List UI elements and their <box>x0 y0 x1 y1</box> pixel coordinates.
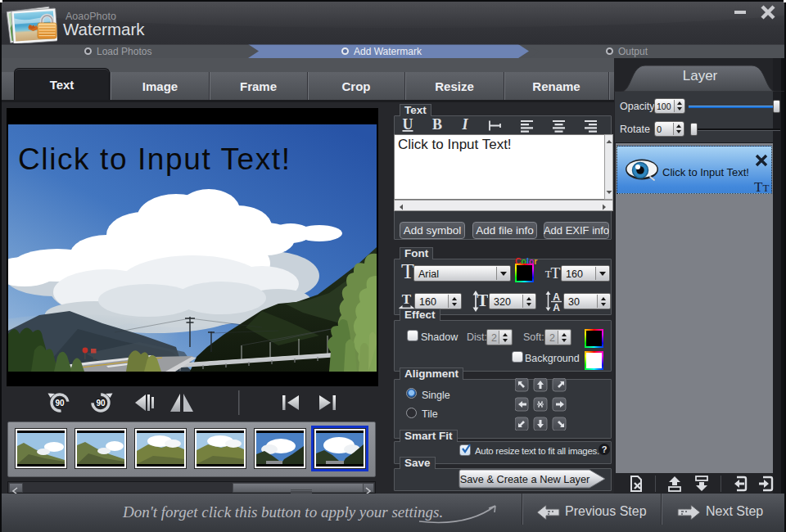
svg-text:T: T <box>477 291 488 310</box>
svg-text:A: A <box>553 302 560 312</box>
svg-text:90: 90 <box>96 399 106 408</box>
svg-text:T: T <box>401 261 414 282</box>
svg-text:T: T <box>551 264 561 282</box>
svg-text:90: 90 <box>55 399 65 408</box>
svg-text:I: I <box>461 117 468 133</box>
svg-text:Click to Input Text!: Click to Input Text! <box>18 142 290 176</box>
svg-text:U: U <box>403 117 413 133</box>
svg-text:T: T <box>402 291 412 307</box>
svg-text:Save & Create a New Layer: Save & Create a New Layer <box>460 473 590 485</box>
svg-text:Don't forget click this button: Don't forget click this button to apply … <box>122 503 443 521</box>
svg-text:B: B <box>432 117 442 133</box>
